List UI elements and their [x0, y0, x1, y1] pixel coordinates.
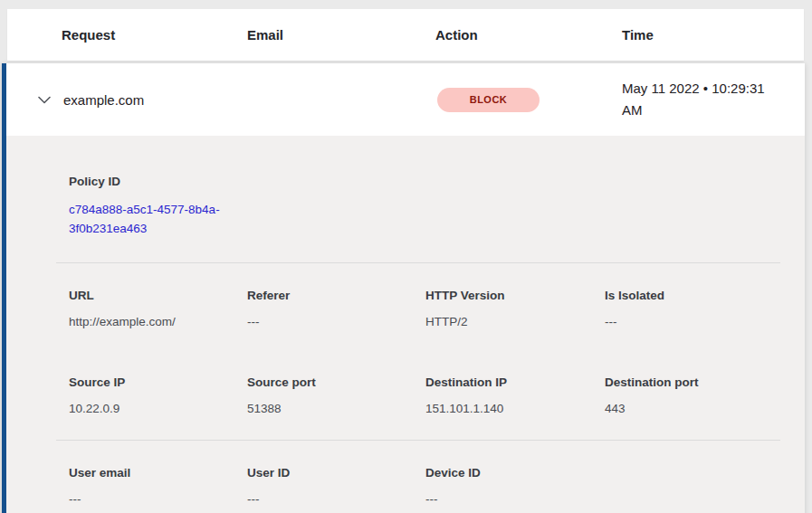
field-label: User email	[69, 466, 247, 480]
field-is-isolated: Is Isolated ---	[605, 289, 805, 328]
request-value: example.com	[63, 92, 437, 108]
policy-id-block: Policy ID c784a888-a5c1-4577-8b4a-3f0b23…	[6, 136, 805, 238]
field-value: 10.22.0.9	[69, 402, 247, 415]
column-header-request: Request	[62, 27, 247, 43]
network-info-grid: Source IP 10.22.0.9 Source port 51388 De…	[69, 375, 805, 415]
field-label: Source port	[247, 375, 425, 389]
field-http-version: HTTP Version HTTP/2	[425, 289, 605, 328]
user-info-grid: User email --- User ID --- Device ID ---	[69, 466, 805, 506]
log-detail-panel: Policy ID c784a888-a5c1-4577-8b4a-3f0b23…	[6, 136, 805, 513]
field-label: User ID	[247, 466, 425, 480]
column-header-action: Action	[435, 27, 622, 43]
field-device-id: Device ID ---	[425, 466, 605, 506]
section-divider	[56, 440, 780, 441]
field-referer: Referer ---	[247, 289, 425, 328]
field-value: http://example.com/	[69, 315, 247, 328]
field-value: ---	[605, 315, 805, 328]
time-value: May 11 2022 • 10:29:31 AM	[622, 78, 785, 121]
field-source-ip: Source IP 10.22.0.9	[69, 375, 247, 415]
field-value: HTTP/2	[425, 315, 605, 328]
log-table-header: Request Email Action Time	[7, 9, 804, 61]
field-destination-port: Destination port 443	[605, 375, 805, 415]
field-user-email: User email ---	[69, 466, 247, 506]
expanded-log-entry: example.com BLOCK May 11 2022 • 10:29:31…	[2, 63, 805, 513]
field-value: 443	[605, 402, 805, 415]
field-label: Source IP	[69, 375, 247, 389]
field-label: Destination port	[605, 375, 805, 389]
field-label: Destination IP	[425, 375, 605, 389]
field-label: Is Isolated	[605, 289, 805, 302]
field-url: URL http://example.com/	[69, 289, 247, 328]
field-value: 51388	[247, 402, 425, 415]
section-divider	[56, 262, 780, 263]
field-value: 151.101.1.140	[425, 402, 605, 415]
request-info-grid: URL http://example.com/ Referer --- HTTP…	[69, 289, 805, 328]
field-destination-ip: Destination IP 151.101.1.140	[425, 375, 605, 415]
field-source-port: Source port 51388	[247, 375, 425, 415]
field-label: Device ID	[425, 466, 605, 480]
table-row[interactable]: example.com BLOCK May 11 2022 • 10:29:31…	[6, 63, 805, 136]
field-value: ---	[425, 492, 605, 506]
policy-id-label: Policy ID	[69, 175, 805, 188]
field-label: Referer	[247, 289, 425, 302]
field-user-id: User ID ---	[247, 466, 425, 506]
field-label: HTTP Version	[425, 289, 605, 302]
field-value: ---	[247, 492, 425, 506]
chevron-down-icon	[38, 91, 51, 108]
column-header-time: Time	[622, 27, 804, 43]
policy-id-link[interactable]: c784a888-a5c1-4577-8b4a-3f0b231ea463	[69, 200, 245, 238]
field-value: ---	[247, 315, 425, 328]
action-block-badge: BLOCK	[437, 88, 540, 112]
field-label: URL	[69, 289, 247, 302]
field-empty	[605, 466, 805, 506]
column-header-email: Email	[247, 27, 435, 43]
collapse-row-button[interactable]	[36, 91, 53, 108]
field-value: ---	[69, 492, 247, 506]
